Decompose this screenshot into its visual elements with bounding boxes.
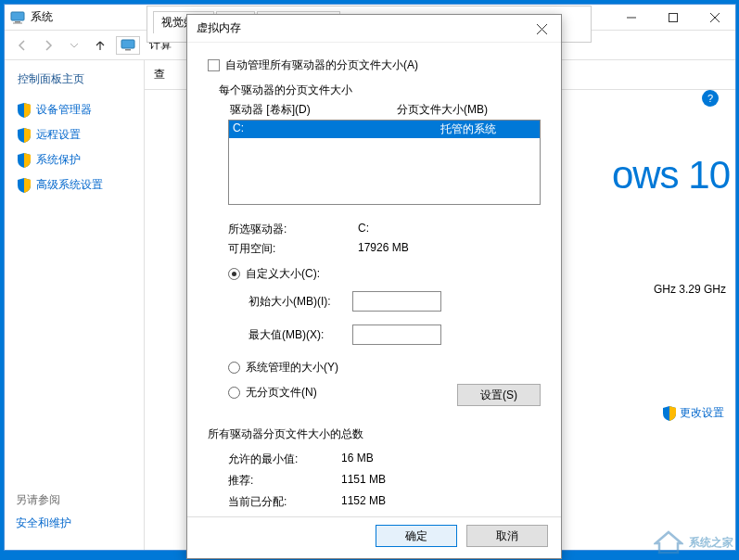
auto-manage-label: 自动管理所有驱动器的分页文件大小(A) bbox=[225, 57, 418, 73]
system-managed-radio[interactable] bbox=[228, 362, 240, 374]
system-managed-label: 系统管理的大小(Y) bbox=[246, 360, 338, 375]
free-space-value: 17926 MB bbox=[358, 241, 409, 257]
sidebar-heading[interactable]: 控制面板主页 bbox=[12, 71, 136, 87]
svg-rect-0 bbox=[11, 12, 24, 20]
ok-button[interactable]: 确定 bbox=[376, 525, 457, 547]
house-icon bbox=[654, 530, 683, 554]
custom-size-row: 自定义大小(C): bbox=[228, 266, 541, 282]
recommended-value: 1151 MB bbox=[341, 473, 386, 489]
selected-drive-label: 所选驱动器: bbox=[228, 222, 358, 237]
sidebar-footer: 另请参阅 安全和维护 bbox=[16, 492, 71, 531]
cpu-speed: GHz 3.29 GHz bbox=[654, 283, 726, 296]
close-button[interactable] bbox=[694, 5, 735, 31]
no-paging-label: 无分页文件(N) bbox=[246, 385, 317, 401]
watermark-text: 系统之家 bbox=[689, 535, 733, 551]
min-allowed-label: 允许的最小值: bbox=[228, 452, 341, 467]
vm-titlebar: 虚拟内存 bbox=[187, 15, 561, 43]
close-button[interactable] bbox=[522, 15, 561, 43]
system-managed-row: 系统管理的大小(Y) bbox=[228, 360, 541, 375]
max-size-label: 最大值(MB)(X): bbox=[248, 327, 352, 343]
sidebar-item-label: 系统保护 bbox=[36, 152, 81, 168]
per-drive-heading: 每个驱动器的分页文件大小 bbox=[219, 83, 541, 98]
totals-heading: 所有驱动器分页文件大小的总数 bbox=[208, 426, 541, 442]
min-allowed-value: 16 MB bbox=[341, 452, 374, 467]
maximize-button[interactable] bbox=[652, 5, 694, 31]
svg-rect-4 bbox=[669, 14, 677, 22]
drive-listbox[interactable]: C: 托管的系统 bbox=[228, 120, 541, 205]
svg-rect-2 bbox=[13, 22, 22, 23]
free-space-label: 可用空间: bbox=[228, 241, 358, 257]
see-also-heading: 另请参阅 bbox=[16, 492, 71, 508]
free-space-row: 可用空间: 17926 MB bbox=[228, 241, 541, 257]
recommended-row: 推荐: 1151 MB bbox=[228, 473, 541, 489]
address-bar[interactable] bbox=[116, 36, 140, 55]
recommended-label: 推荐: bbox=[228, 473, 341, 489]
max-size-row: 最大值(MB)(X): bbox=[248, 325, 541, 345]
shield-icon bbox=[18, 128, 31, 143]
svg-rect-1 bbox=[15, 21, 20, 23]
virtual-memory-dialog: 虚拟内存 自动管理所有驱动器的分页文件大小(A) 每个驱动器的分页文件大小 驱动… bbox=[186, 14, 562, 559]
svg-rect-7 bbox=[121, 40, 134, 48]
sidebar-item-protection[interactable]: 系统保护 bbox=[12, 148, 136, 172]
change-settings-link[interactable]: 更改设置 bbox=[663, 405, 724, 421]
min-allowed-row: 允许的最小值: 16 MB bbox=[228, 452, 541, 467]
shield-icon bbox=[663, 406, 676, 421]
dialog-buttons: 确定 取消 bbox=[187, 516, 561, 554]
shield-icon bbox=[18, 153, 31, 168]
sidebar-item-label: 高级系统设置 bbox=[36, 177, 103, 193]
drive-row[interactable]: C: 托管的系统 bbox=[229, 121, 540, 138]
custom-size-radio[interactable] bbox=[228, 268, 240, 280]
sidebar-item-advanced[interactable]: 高级系统设置 bbox=[12, 173, 136, 197]
monitor-icon bbox=[121, 39, 135, 52]
back-button[interactable] bbox=[12, 35, 32, 56]
no-paging-radio[interactable] bbox=[228, 387, 240, 399]
drive-section: 驱动器 [卷标](D) 分页文件大小(MB) C: 托管的系统 所选驱动器: C… bbox=[228, 102, 541, 406]
shield-icon bbox=[18, 178, 31, 193]
minimize-button[interactable] bbox=[610, 5, 652, 31]
svg-rect-8 bbox=[125, 49, 131, 51]
col-drive: 驱动器 [卷标](D) bbox=[230, 102, 397, 118]
custom-size-label: 自定义大小(C): bbox=[246, 266, 320, 282]
sidebar-item-label: 设备管理器 bbox=[36, 102, 92, 118]
selected-drive-value: C: bbox=[358, 222, 369, 237]
drive-list-header: 驱动器 [卷标](D) 分页文件大小(MB) bbox=[228, 102, 541, 118]
windows10-logo-text: ows 10 bbox=[612, 153, 730, 197]
system-title: 系统 bbox=[31, 9, 53, 25]
max-size-input[interactable] bbox=[352, 325, 441, 345]
up-button[interactable] bbox=[90, 35, 110, 56]
cancel-button[interactable]: 取消 bbox=[466, 525, 548, 547]
selected-drive-row: 所选驱动器: C: bbox=[228, 222, 541, 237]
help-icon[interactable]: ? bbox=[702, 90, 719, 107]
sidebar-item-device-manager[interactable]: 设备管理器 bbox=[12, 98, 136, 121]
sidebar-item-remote[interactable]: 远程设置 bbox=[12, 123, 136, 146]
watermark: 系统之家 bbox=[654, 530, 733, 554]
sidebar-item-label: 远程设置 bbox=[36, 127, 81, 143]
monitor-icon bbox=[10, 10, 25, 25]
auto-manage-checkbox[interactable] bbox=[208, 59, 220, 71]
vm-body: 自动管理所有驱动器的分页文件大小(A) 每个驱动器的分页文件大小 驱动器 [卷标… bbox=[187, 43, 561, 525]
vm-title: 虚拟内存 bbox=[197, 20, 241, 36]
initial-size-input[interactable] bbox=[352, 291, 441, 312]
col-size: 分页文件大小(MB) bbox=[397, 102, 488, 118]
window-controls bbox=[610, 5, 735, 31]
set-button[interactable]: 设置(S) bbox=[457, 384, 541, 406]
allocated-row: 当前已分配: 1152 MB bbox=[228, 494, 541, 510]
shield-icon bbox=[18, 103, 31, 118]
change-settings-label: 更改设置 bbox=[680, 405, 724, 421]
initial-size-row: 初始大小(MB)(I): bbox=[248, 291, 541, 312]
main-bar-char: 查 bbox=[154, 67, 165, 83]
initial-size-label: 初始大小(MB)(I): bbox=[248, 294, 352, 310]
totals-section: 所有驱动器分页文件大小的总数 允许的最小值: 16 MB 推荐: 1151 MB… bbox=[208, 426, 541, 510]
security-link[interactable]: 安全和维护 bbox=[16, 515, 71, 531]
allocated-label: 当前已分配: bbox=[228, 494, 341, 510]
auto-manage-row: 自动管理所有驱动器的分页文件大小(A) bbox=[208, 57, 541, 73]
sidebar: 控制面板主页 设备管理器 远程设置 系统保护 高级系统设置 另请参阅 安全和维护 bbox=[5, 60, 144, 550]
drive-letter: C: bbox=[233, 121, 400, 137]
recent-dropdown[interactable] bbox=[64, 35, 84, 56]
allocated-value: 1152 MB bbox=[341, 494, 386, 510]
drive-status: 托管的系统 bbox=[400, 121, 536, 137]
forward-button[interactable] bbox=[38, 35, 58, 56]
